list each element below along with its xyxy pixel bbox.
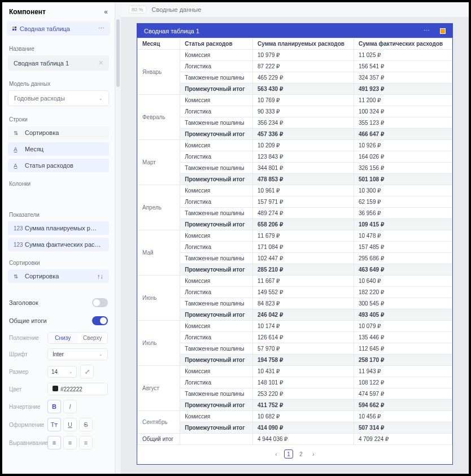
measure-actual[interactable]: 123Сумма фактических рас… xyxy=(8,238,109,251)
underline-button[interactable]: U xyxy=(63,418,77,431)
col-planned[interactable]: Сумма планируемых расходов xyxy=(253,38,354,50)
label-columns: Колонки xyxy=(2,175,115,190)
label-data-model: Модель данных xyxy=(2,75,115,90)
table-row: ЯнварьКомиссия10 979 ₽11 025 ₽ xyxy=(138,50,452,61)
table-row: АвгустКомиссия10 431 ₽11 943 ₽ xyxy=(138,366,452,377)
component-selector[interactable]: Сводная таблица ⋯ xyxy=(7,21,110,36)
more-icon[interactable]: ⋯ xyxy=(98,25,104,32)
label-alignment: Выравнивание xyxy=(9,440,44,446)
position-segment[interactable]: Снизу Сверху xyxy=(47,332,108,344)
month-cell: Февраль xyxy=(138,95,180,140)
header-toggle[interactable] xyxy=(92,298,108,307)
align-center-button[interactable]: ≡ xyxy=(63,436,77,449)
table-row: Таможенные пошлины356 234 ₽355 123 ₽ xyxy=(138,117,452,129)
align-left-button[interactable]: ≡ xyxy=(47,436,61,449)
table-row: Логистика126 614 ₽135 446 ₽ xyxy=(138,332,452,343)
sort-direction-icon[interactable]: ↑↓ xyxy=(97,273,103,280)
label-decoration: Оформление xyxy=(9,422,44,428)
subtotal-row: Промежуточный итог478 853 ₽501 108 ₽ xyxy=(138,174,452,185)
subtotal-row: Промежуточный итог457 336 ₽466 647 ₽ xyxy=(138,129,452,140)
pager: ‹ 1 2 › xyxy=(137,445,452,464)
zoom-badge[interactable]: 80 % xyxy=(129,6,146,14)
label-totals: Общие итоги xyxy=(9,317,47,324)
table-row: Логистика171 084 ₽157 485 ₽ xyxy=(138,242,452,253)
subtotal-row: Промежуточный итог246 042 ₽493 405 ₽ xyxy=(138,309,452,321)
month-cell: Январь xyxy=(138,50,180,95)
breadcrumb: Сводные данные xyxy=(152,6,202,13)
italic-button[interactable]: I xyxy=(63,400,77,413)
month-cell: Апрель xyxy=(138,185,180,230)
page-2[interactable]: 2 xyxy=(296,449,306,458)
table-row: Логистика149 552 ₽182 220 ₽ xyxy=(138,287,452,298)
subtotal-row: Промежуточный итог411 752 ₽594 662 ₽ xyxy=(138,400,452,411)
label-rows: Строки xyxy=(2,111,115,126)
color-input[interactable]: #222222 xyxy=(47,383,108,395)
subtotal-row: Промежуточный итог563 430 ₽491 923 ₽ xyxy=(138,84,452,95)
label-color: Цвет xyxy=(9,386,44,392)
table-row: ИюльКомиссия10 174 ₽10 079 ₽ xyxy=(138,321,452,332)
table-row: Таможенные пошлины57 970 ₽112 645 ₽ xyxy=(138,343,452,355)
page-prev[interactable]: ‹ xyxy=(272,449,281,458)
sidebar-scrollbar[interactable] xyxy=(115,2,121,474)
data-model-select[interactable]: Годовые расходы ⌄ xyxy=(8,90,109,106)
table-row: Логистика157 971 ₽62 159 ₽ xyxy=(138,196,452,208)
subtotal-row: Промежуточный итог285 210 ₽463 649 ₽ xyxy=(138,264,452,276)
strike-button[interactable]: S xyxy=(79,418,93,431)
month-cell: Сентябрь xyxy=(138,411,180,434)
totals-toggle[interactable] xyxy=(92,316,108,325)
rows-expense[interactable]: A̲Статья расходов xyxy=(8,159,109,172)
number-icon: 123 xyxy=(14,242,21,248)
table-row: Таможенные пошлины102 447 ₽295 686 ₽ xyxy=(138,253,452,264)
rows-sort[interactable]: ⇅Сортировка xyxy=(8,126,109,139)
position-bottom[interactable]: Снизу xyxy=(48,333,78,343)
col-actual[interactable]: Сумма фактических расходов xyxy=(354,38,452,50)
table-row: ФевральКомиссия10 769 ₽11 200 ₽ xyxy=(138,95,452,106)
sidebar-title: Компонент xyxy=(9,8,46,16)
page-1[interactable]: 1 xyxy=(284,449,293,458)
name-input[interactable]: Сводная таблица 1 ✕ xyxy=(8,55,109,71)
month-cell: Июль xyxy=(138,321,180,366)
month-cell: Июнь xyxy=(138,276,180,321)
position-top[interactable]: Сверху xyxy=(78,333,108,343)
label-sorting: Сортировки xyxy=(2,254,115,269)
table-row: Таможенные пошлины489 274 ₽36 956 ₽ xyxy=(138,208,452,219)
table-row: Логистика87 222 ₽156 541 ₽ xyxy=(138,61,452,72)
col-month[interactable]: Месяц xyxy=(138,38,180,50)
table-row: Таможенные пошлины465 229 ₽324 357 ₽ xyxy=(138,72,452,84)
sorting-item[interactable]: ⇅Сортировка ↑↓ xyxy=(8,269,109,283)
collapse-icon[interactable]: « xyxy=(104,8,108,16)
col-expense[interactable]: Статья расходов xyxy=(180,38,253,50)
table-row: АпрельКомиссия10 961 ₽10 300 ₽ xyxy=(138,185,452,196)
sort-icon: ⇅ xyxy=(14,273,21,280)
sort-icon: ⇅ xyxy=(14,130,21,136)
pivot-table: Месяц Статья расходов Сумма планируемых … xyxy=(137,38,452,445)
clear-icon[interactable]: ✕ xyxy=(98,59,103,67)
table-row: Логистика90 333 ₽100 324 ₽ xyxy=(138,106,452,117)
month-cell: Май xyxy=(138,230,180,276)
number-icon: 123 xyxy=(14,225,21,232)
widget-more-icon[interactable]: ⋯ xyxy=(424,27,430,34)
align-right-button[interactable]: ≡ xyxy=(79,436,93,449)
measure-planned[interactable]: 123Сумма планируемых р… xyxy=(8,221,109,235)
table-row: СентябрьКомиссия10 682 ₽10 456 ₽ xyxy=(138,411,452,422)
label-position: Положение xyxy=(9,335,44,341)
pivot-table-icon xyxy=(12,27,16,30)
text-icon: A̲ xyxy=(14,163,21,169)
bold-button[interactable]: B xyxy=(47,400,61,413)
textcase-button[interactable]: Tᴛ xyxy=(47,418,61,431)
label-measures: Показатели xyxy=(2,206,115,221)
rows-month[interactable]: A̲Месяц xyxy=(8,142,109,156)
size-select[interactable]: 14⌄ xyxy=(47,366,77,378)
month-cell: Август xyxy=(138,366,180,411)
pivot-widget[interactable]: Сводная таблица 1 ⋯ Месяц Статья расходо… xyxy=(137,23,453,465)
chevron-down-icon: ⌄ xyxy=(99,96,103,101)
table-row: Таможенные пошлины344 801 ₽326 156 ₽ xyxy=(138,163,452,174)
font-select[interactable]: Inter⌄ xyxy=(47,348,108,360)
label-size: Размер xyxy=(9,369,44,375)
size-expand[interactable]: ⤢ xyxy=(80,365,94,378)
widget-color-icon[interactable] xyxy=(440,28,446,34)
table-row: МартКомиссия10 209 ₽10 926 ₽ xyxy=(138,140,452,151)
label-name: Название xyxy=(2,40,115,55)
table-row: Таможенные пошлины253 220 ₽474 597 ₽ xyxy=(138,388,452,400)
page-next[interactable]: › xyxy=(309,449,318,458)
